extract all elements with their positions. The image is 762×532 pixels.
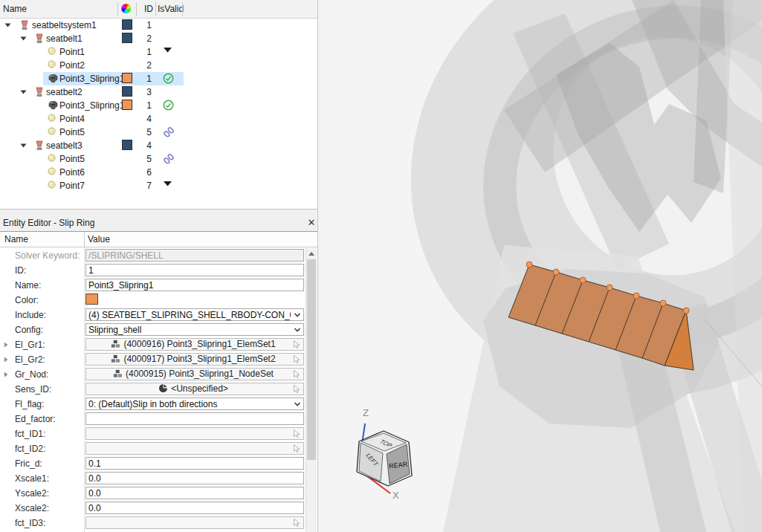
field-label: Gr_Nod:	[15, 369, 48, 380]
tree-row[interactable]: seatbelt12	[0, 32, 317, 45]
field-label: fct_ID2:	[15, 444, 45, 454]
tree-row[interactable]: Point22	[0, 59, 317, 72]
tree-row-id: 2	[131, 33, 152, 44]
field-label: Config:	[15, 325, 43, 335]
3d-viewport[interactable]: Z X TOP LEFT REAR	[318, 0, 762, 532]
entity-editor-row: Include:(4) SEATBELT_SLIPRING_SHELL_RBOD…	[0, 308, 306, 322]
entity-editor-title: Entity Editor - Slip Ring	[3, 218, 94, 228]
entity-editor-row: Xscale1:	[0, 471, 306, 486]
entity-picker-button[interactable]	[85, 516, 304, 529]
text-input[interactable]	[85, 264, 304, 276]
field-label: El_Gr2:	[15, 354, 45, 365]
expander-down-icon[interactable]	[20, 143, 27, 149]
dropdown-value: (4) SEATBELT_SLIPRING_SHELL_RBODY-CON_00…	[88, 310, 291, 320]
text-input[interactable]	[85, 502, 304, 514]
point-icon	[48, 181, 56, 189]
tree-row[interactable]: seatbeltsystem11	[0, 19, 317, 32]
entity-editor-header: Name Value	[0, 232, 317, 247]
dropdown-select[interactable]: Slipring_shell	[85, 323, 304, 336]
dropdown-value: Slipring_shell	[88, 325, 141, 335]
tree-row[interactable]: seatbelt34	[0, 139, 317, 152]
entity-editor-row: Xscale2:	[0, 501, 306, 516]
entity-picker-button[interactable]: (4000917) Point3_Slipring1_ElemSet2	[85, 353, 304, 366]
field-label: Color:	[15, 295, 39, 305]
expander-right-icon[interactable]	[4, 372, 8, 377]
ee-col-name: Name	[4, 234, 28, 244]
scrollbar-thumb[interactable]	[307, 259, 316, 460]
field-label: El_Gr1:	[15, 340, 45, 350]
expander-down-icon[interactable]	[20, 36, 27, 42]
pick-cursor-icon	[292, 518, 302, 528]
expander-right-icon[interactable]	[4, 342, 8, 348]
x-axis-label: X	[393, 490, 399, 501]
field-label: Fric_d:	[15, 458, 42, 469]
tree-row-label: seatbelt2	[46, 87, 83, 97]
tree-row-label: Point6	[59, 167, 85, 178]
close-icon[interactable]: ✕	[306, 217, 317, 229]
text-input[interactable]	[85, 412, 304, 425]
tree-row[interactable]: Point77	[0, 179, 317, 192]
text-input[interactable]	[85, 457, 304, 470]
seatbelt-icon	[34, 87, 45, 97]
entity-editor-panel: Name Value Solver Keyword:/SLIPRING/SHEL…	[0, 231, 317, 532]
entity-picker-button[interactable]: (4000915) Point3_Slipring1_NodeSet	[85, 368, 304, 380]
ee-col-value: Value	[88, 234, 110, 244]
tree-row[interactable]: Point44	[0, 112, 317, 126]
tree-row-id: 7	[131, 181, 152, 191]
tree-row-label: Point7	[59, 181, 85, 191]
pick-cursor-icon	[292, 354, 302, 364]
color-swatch-button[interactable]	[85, 293, 98, 305]
tree-row[interactable]: Point55	[0, 152, 317, 166]
picker-value: <Unspecified>	[171, 383, 228, 394]
column-separator	[155, 2, 156, 16]
entity-editor-row: Solver Keyword:/SLIPRING/SHELL	[0, 248, 306, 263]
entity-picker-button[interactable]	[85, 427, 304, 440]
dropdown-select[interactable]: (4) SEATBELT_SLIPRING_SHELL_RBODY-CON_00…	[85, 308, 304, 321]
text-input[interactable]	[85, 472, 304, 484]
entity-editor-row: Color:	[0, 293, 306, 308]
color-wheel-icon[interactable]	[121, 4, 131, 13]
entity-picker-button[interactable]	[85, 442, 304, 455]
isvalid-triangle-icon	[163, 180, 172, 187]
dropdown-select[interactable]: 0: (Default)Slip in both directions	[85, 398, 304, 410]
tree-row-label: seatbeltsystem1	[32, 20, 97, 30]
expander-down-icon[interactable]	[4, 22, 11, 28]
entity-picker-button[interactable]: (4000916) Point3_Slipring1_ElemSet1	[85, 338, 304, 351]
column-separator	[136, 2, 137, 16]
entity-editor-row: ID:	[0, 263, 306, 278]
tree-row[interactable]: Point66	[0, 166, 317, 179]
tree-row[interactable]: Point3_Slipring11	[0, 99, 317, 112]
slipring-icon	[48, 74, 59, 83]
entity-editor-titlebar: Entity Editor - Slip Ring ✕	[0, 215, 317, 231]
entity-editor-row: Fl_flag:0: (Default)Slip in both directi…	[0, 397, 306, 412]
entity-editor-row: El_Gr1:(4000916) Point3_Slipring1_ElemSe…	[0, 337, 306, 352]
chevron-down-icon	[294, 402, 301, 407]
entity-editor-row: Config:Slipring_shell	[0, 322, 306, 337]
expander-down-icon[interactable]	[20, 89, 27, 95]
tree-col-id[interactable]: ID	[136, 4, 153, 14]
tree-row[interactable]: seatbelt23	[0, 85, 317, 99]
expander-right-icon[interactable]	[4, 357, 8, 363]
scroll-up-icon[interactable]	[308, 251, 315, 256]
tree-row[interactable]: Point55	[0, 126, 317, 139]
slipring-icon	[48, 100, 59, 110]
chevron-down-icon	[294, 328, 301, 333]
entity-editor-row: El_Gr2:(4000917) Point3_Slipring1_ElemSe…	[0, 352, 306, 367]
entity-picker-button[interactable]: <Unspecified>	[85, 383, 304, 395]
tree-row[interactable]: Point11	[0, 45, 317, 59]
tree-row[interactable]: Point3_Slipring11	[0, 72, 317, 85]
entity-editor-row: fct_ID1:	[0, 426, 306, 441]
tree-col-isvalid[interactable]: IsValid	[158, 4, 184, 14]
entity-editor-scrollbar[interactable]	[306, 248, 317, 532]
tree-row-label: Point2	[59, 60, 85, 71]
entity-editor-row: Ed_factor:	[0, 412, 306, 426]
tree-col-name[interactable]: Name	[3, 4, 27, 14]
column-separator	[84, 232, 85, 247]
pick-cursor-icon	[292, 340, 302, 349]
field-label: Yscale2:	[15, 488, 49, 499]
text-input[interactable]	[85, 487, 304, 499]
text-input[interactable]	[85, 279, 304, 291]
isvalid-link-icon	[163, 126, 175, 138]
tree-row-id: 3	[131, 87, 152, 97]
tree-row-label: Point3_Slipring1	[59, 100, 124, 111]
